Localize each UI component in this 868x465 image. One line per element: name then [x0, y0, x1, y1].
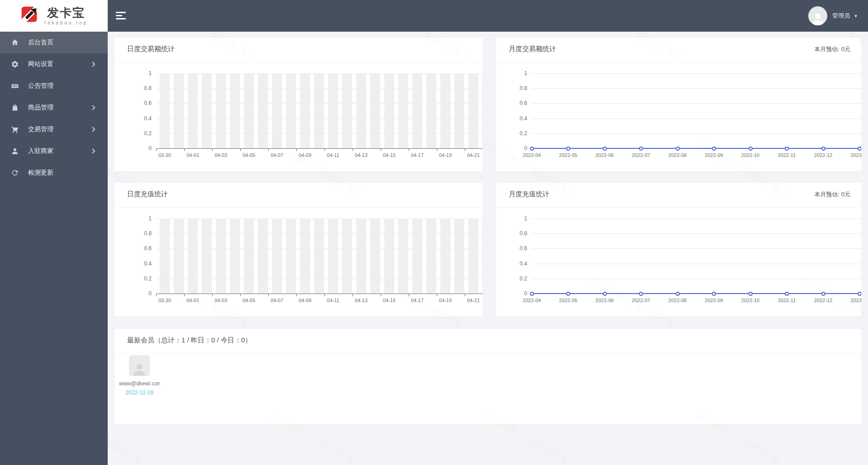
x-axis-line: [156, 294, 483, 294]
sidebar-item-2[interactable]: NEW公告管理: [0, 75, 108, 97]
category-stripe: [202, 218, 212, 294]
x-axis-tick: [381, 294, 381, 296]
panel-monthly-recharge: 月度充值统计 本月预估: 0元 00.20.40.60.812022-04202…: [496, 183, 861, 317]
category-stripe: [454, 73, 464, 148]
category-stripe: [482, 73, 483, 148]
sidebar-item-label: 后台首页: [28, 38, 53, 47]
y-axis-label: 0: [124, 145, 152, 152]
data-point-marker: [749, 147, 753, 151]
x-axis-tick: [465, 149, 465, 151]
y-axis-label: 0: [124, 290, 152, 297]
user-menu[interactable]: 管理员 ▼: [808, 0, 858, 32]
member-register-date[interactable]: 2022-12-19: [119, 389, 160, 396]
y-axis-label: 0.2: [499, 130, 527, 137]
sidebar-item-4[interactable]: 交易管理: [0, 119, 108, 140]
category-stripe: [342, 73, 352, 148]
cart-icon: [11, 125, 19, 133]
data-point-marker: [858, 147, 861, 151]
sidebar-item-3[interactable]: 商品管理: [0, 97, 108, 119]
person-icon: [11, 147, 19, 155]
data-point-marker: [603, 292, 607, 296]
grid-line: [532, 133, 861, 134]
y-axis-label: 1: [124, 215, 152, 222]
x-axis-tick: [268, 149, 269, 151]
category-stripe: [216, 73, 226, 148]
member-card: www@dkewl.com 2022-12-19: [119, 355, 160, 396]
sidebar-item-5[interactable]: 入驻商家: [0, 140, 108, 162]
category-stripe: [230, 73, 240, 148]
category-stripe: [342, 218, 352, 294]
data-point-marker: [785, 292, 789, 296]
sidebar-item-label: 检测更新: [28, 169, 53, 177]
x-axis-label: 2022-12: [807, 298, 839, 303]
x-axis-label: 2022-11: [771, 152, 803, 158]
category-stripe: [188, 218, 198, 294]
x-axis-label: 04-17: [401, 298, 433, 303]
x-axis-label: 04-17: [401, 152, 433, 158]
category-stripe: [468, 73, 478, 148]
data-point-marker: [821, 292, 825, 296]
x-axis-tick: [437, 149, 437, 151]
category-stripe: [398, 73, 408, 148]
x-axis-tick: [409, 294, 409, 296]
x-axis-label: 04-05: [233, 298, 265, 303]
panel-daily-recharge: 日度充值统计 00.20.40.60.8103-3004-0104-0304-0…: [114, 183, 483, 317]
x-axis-tick: [268, 294, 269, 296]
x-axis-label: 2022-10: [734, 298, 766, 303]
category-stripe: [412, 218, 422, 294]
daily-trade-chart: 00.20.40.60.8103-3004-0104-0304-0504-070…: [114, 38, 483, 171]
category-stripe: [398, 218, 408, 294]
x-axis-tick: [465, 294, 465, 296]
data-point-marker: [749, 292, 753, 296]
x-axis-label: 2022-06: [589, 152, 620, 158]
y-axis-label: 0.8: [124, 230, 152, 237]
x-axis-label: 2023-01: [844, 152, 862, 158]
data-point-marker: [566, 292, 570, 296]
panel-monthly-trade: 月度交易额统计 本月预估: 0元 00.20.40.60.812022-0420…: [496, 38, 861, 171]
gear-icon: [11, 60, 19, 68]
category-stripe: [174, 218, 184, 294]
x-axis-label: 2022-11: [771, 298, 803, 303]
y-axis-label: 0.6: [124, 245, 152, 251]
y-axis-label: 0.8: [499, 85, 527, 91]
monthly-recharge-chart: 00.20.40.60.812022-042022-052022-062022-…: [496, 183, 861, 317]
data-point-marker: [712, 147, 716, 151]
grid-line: [532, 233, 861, 234]
line-series: [532, 293, 861, 294]
user-name-label: 管理员: [832, 12, 850, 20]
category-stripe: [384, 218, 394, 294]
category-stripe: [230, 218, 240, 294]
category-stripe: [482, 218, 483, 294]
sidebar-item-1[interactable]: 网站设置: [0, 53, 108, 75]
category-stripe: [174, 73, 184, 148]
grid-line: [532, 119, 861, 119]
home-icon: [11, 38, 19, 47]
y-axis-label: 1: [499, 215, 527, 222]
y-axis-label: 1: [499, 70, 527, 76]
x-axis-label: 2022-04: [516, 298, 548, 303]
category-stripe: [272, 73, 282, 148]
x-axis-label: 2022-10: [734, 152, 766, 158]
y-axis-label: 0.2: [124, 130, 152, 137]
x-axis-tick: [240, 294, 241, 296]
x-axis-label: 04-03: [205, 152, 237, 158]
x-axis-label: 04-07: [261, 152, 293, 158]
sidebar-toggle-icon[interactable]: [116, 12, 127, 20]
x-axis-label: 04-01: [177, 152, 209, 158]
data-point-marker: [858, 292, 861, 296]
refresh-icon: [11, 169, 19, 177]
y-axis-label: 0.4: [124, 115, 152, 122]
brand-logo[interactable]: 发卡宝 fakabao.top: [0, 0, 108, 32]
divider: [114, 353, 861, 354]
x-axis-label: 04-11: [317, 298, 349, 303]
category-stripe: [286, 218, 296, 294]
sidebar-item-label: 公告管理: [28, 82, 53, 90]
sidebar-item-6[interactable]: 检测更新: [0, 162, 108, 184]
data-point-marker: [639, 292, 643, 296]
category-stripe: [286, 73, 296, 148]
y-axis-label: 0.2: [499, 275, 527, 282]
sidebar-item-label: 商品管理: [28, 104, 53, 112]
member-email: www@dkewl.com: [119, 380, 160, 387]
category-stripe: [356, 218, 366, 294]
sidebar-item-0[interactable]: 后台首页: [0, 32, 108, 53]
